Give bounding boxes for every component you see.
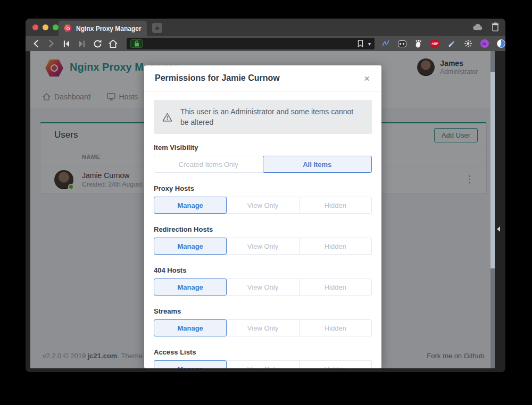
tab-title: Nginx Proxy Manager	[76, 25, 142, 32]
back-button[interactable]	[31, 39, 40, 48]
browser-window: Nginx Proxy Manager +	[26, 19, 505, 372]
alert-text: This user is an Administrator and some i…	[180, 106, 363, 128]
forward-button[interactable]	[46, 39, 56, 48]
group-label: Access Lists	[154, 348, 372, 356]
redirection-hosts-manage-button[interactable]: Manage	[154, 238, 227, 255]
ext-pen-icon[interactable]	[447, 39, 456, 48]
ext-signature-icon[interactable]	[381, 39, 390, 48]
browser-toolbar: ▾ ABP	[26, 36, 505, 51]
page-scrollbar[interactable]	[491, 51, 495, 368]
visibility-all-items-button[interactable]: All Items	[263, 156, 372, 173]
streams-hidden-button[interactable]: Hidden	[299, 319, 372, 336]
proxy-hosts-group: Proxy Hosts Manage View Only Hidden	[154, 184, 372, 214]
ext-profile-icon[interactable]	[496, 39, 505, 48]
rewind-button[interactable]	[62, 39, 71, 48]
404-hosts-view-only-button[interactable]: View Only	[226, 279, 299, 296]
404-hosts-manage-button[interactable]: Manage	[154, 279, 227, 296]
redirection-hosts-hidden-button[interactable]: Hidden	[299, 238, 372, 255]
visibility-created-items-only-button[interactable]: Created Items Only	[154, 156, 263, 173]
ext-gnome-foot-icon[interactable]	[414, 39, 423, 48]
fast-forward-button[interactable]	[77, 39, 87, 48]
proxy-hosts-manage-button[interactable]: Manage	[154, 197, 227, 214]
zoom-window-button[interactable]	[53, 24, 59, 30]
group-label: 404 Hosts	[154, 266, 372, 274]
ext-discord-icon[interactable]	[397, 39, 406, 48]
modal-close-icon[interactable]: ×	[363, 73, 371, 83]
scrollbar-thumb[interactable]	[491, 72, 495, 268]
warning-triangle-icon	[162, 113, 172, 122]
close-window-button[interactable]	[32, 24, 38, 30]
streams-manage-button[interactable]: Manage	[154, 319, 227, 336]
ssl-lock-icon[interactable]	[130, 39, 143, 48]
group-label: Item Visibility	[154, 144, 372, 151]
bookmark-caret-icon[interactable]: ▾	[368, 41, 371, 47]
permissions-modal: Permissions for Jamie Curnow × This user…	[144, 65, 381, 368]
group-label: Streams	[154, 307, 372, 315]
item-visibility-group: Item Visibility Created Items Only All I…	[154, 144, 372, 173]
trash-icon[interactable]	[492, 22, 499, 31]
address-bar[interactable]: ▾	[127, 38, 375, 49]
access-lists-manage-button[interactable]: Manage	[154, 360, 227, 368]
ext-adblock-plus-icon[interactable]: ABP	[430, 39, 439, 48]
minimize-window-button[interactable]	[43, 24, 48, 30]
favicon	[64, 24, 72, 32]
proxy-hosts-view-only-button[interactable]: View Only	[226, 197, 299, 214]
home-button[interactable]	[108, 39, 118, 48]
streams-group: Streams Manage View Only Hidden	[154, 307, 372, 336]
browser-tab[interactable]: Nginx Proxy Manager	[59, 21, 147, 36]
modal-title: Permissions for Jamie Curnow	[155, 72, 280, 84]
tab-bar: Nginx Proxy Manager +	[26, 19, 505, 36]
404-hosts-group: 404 Hosts Manage View Only Hidden	[154, 266, 372, 296]
sync-cloud-icon[interactable]	[473, 23, 483, 30]
reload-button[interactable]	[93, 39, 102, 48]
redirection-hosts-group: Redirection Hosts Manage View Only Hidde…	[154, 225, 372, 255]
access-lists-group: Access Lists Manage View Only Hidden	[154, 348, 372, 368]
group-label: Proxy Hosts	[154, 184, 372, 192]
access-lists-hidden-button[interactable]: Hidden	[299, 360, 372, 368]
viewport: Nginx Proxy Manager James Administrator …	[26, 51, 505, 372]
access-lists-view-only-button[interactable]: View Only	[226, 360, 299, 368]
404-hosts-hidden-button[interactable]: Hidden	[299, 279, 372, 296]
redirection-hosts-view-only-button[interactable]: View Only	[226, 238, 299, 255]
ext-purple-icon[interactable]	[480, 39, 489, 48]
proxy-hosts-hidden-button[interactable]: Hidden	[299, 197, 372, 214]
web-page: Nginx Proxy Manager James Administrator …	[30, 51, 491, 368]
admin-warning-alert: This user is an Administrator and some i…	[154, 100, 372, 134]
window-controls	[32, 24, 59, 30]
streams-view-only-button[interactable]: View Only	[226, 319, 299, 336]
new-tab-button[interactable]: +	[152, 23, 162, 33]
ext-settings-atom-icon[interactable]	[463, 39, 472, 48]
group-label: Redirection Hosts	[154, 225, 372, 233]
panel-toggle-arrow-icon[interactable]	[497, 226, 500, 232]
bookmark-icon[interactable]	[358, 40, 363, 47]
